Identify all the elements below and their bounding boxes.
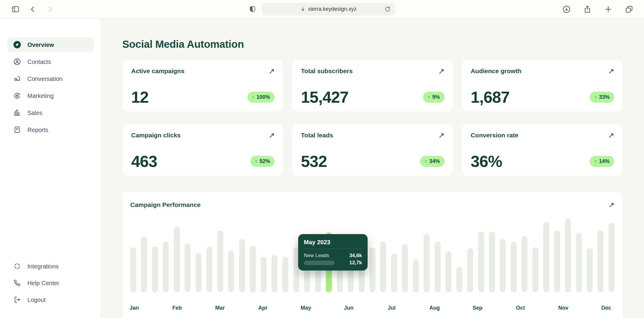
- x-axis-label: Apr: [258, 305, 267, 311]
- x-axis-label: Sep: [473, 305, 482, 311]
- chart-bar[interactable]: [554, 231, 560, 292]
- chart-bar[interactable]: [424, 234, 430, 292]
- back-icon[interactable]: [26, 3, 39, 16]
- chart-bar[interactable]: [163, 242, 169, 292]
- change-value: 9%: [432, 94, 440, 100]
- sidebar-item-reports[interactable]: Reports: [7, 122, 94, 137]
- card-title: Conversion rate: [471, 132, 518, 139]
- sidebar: Overview Contacts Conversation: [0, 19, 101, 318]
- chart-bar[interactable]: [261, 257, 267, 292]
- chart-bar[interactable]: [597, 231, 603, 292]
- chart-bar[interactable]: [380, 242, 386, 292]
- new-tab-icon[interactable]: [602, 3, 615, 16]
- chart-bar[interactable]: [500, 239, 506, 292]
- chart-tooltip: May 2023 New Leads 34,6k 12,7k: [298, 234, 368, 271]
- chart-bar[interactable]: [250, 246, 256, 292]
- chart-bar[interactable]: [489, 231, 495, 292]
- downloads-icon[interactable]: [560, 3, 573, 16]
- trend-arrow-icon[interactable]: ↗: [608, 132, 614, 139]
- arrow-up-icon: ↑: [428, 94, 430, 100]
- reload-icon[interactable]: [384, 6, 391, 13]
- browser-toolbar: sierra.keydesign.xyz: [0, 0, 644, 19]
- chat-bubbles-icon: [13, 75, 21, 83]
- sidebar-item-label: Marketing: [27, 93, 54, 99]
- report-doc-icon: [13, 126, 21, 134]
- forward-icon[interactable]: [44, 3, 57, 16]
- change-value: 14%: [599, 158, 610, 165]
- chart-bar[interactable]: [445, 251, 451, 292]
- tab-overview-icon[interactable]: [623, 3, 636, 16]
- trend-arrow-icon[interactable]: ↗: [608, 67, 614, 75]
- chart-bar[interactable]: [609, 223, 614, 292]
- tooltip-primary-value: 34,6k: [349, 253, 362, 259]
- trend-arrow-icon[interactable]: ↗: [268, 67, 275, 75]
- chart-bar[interactable]: [239, 239, 245, 292]
- sidebar-item-help-center[interactable]: Help Center: [7, 276, 94, 290]
- chart-bar[interactable]: [543, 222, 549, 292]
- chart-bar[interactable]: [141, 236, 147, 292]
- sidebar-item-label: Integrations: [27, 263, 59, 269]
- chart-bar[interactable]: [413, 259, 419, 292]
- trend-arrow-icon[interactable]: ↗: [608, 201, 614, 209]
- change-badge: ↑14%: [590, 156, 614, 167]
- trend-arrow-icon[interactable]: ↗: [438, 67, 445, 75]
- chart-bar[interactable]: [587, 248, 593, 292]
- chart-bar[interactable]: [206, 246, 212, 292]
- chart-bar[interactable]: [402, 244, 408, 292]
- x-axis-labels: JanFebMarAprMayJunJulAugSepOctNovDec: [130, 305, 614, 313]
- logout-icon: [13, 296, 21, 304]
- chart-bar[interactable]: [272, 255, 278, 292]
- tooltip-title: May 2023: [304, 239, 362, 246]
- chart-bar[interactable]: [130, 247, 136, 292]
- main-content: Social Media Automation Active campaigns…: [101, 19, 644, 318]
- chart-bar[interactable]: [521, 236, 527, 292]
- page-title: Social Media Automation: [122, 38, 623, 50]
- chart-bar[interactable]: [152, 246, 158, 292]
- chart-bar[interactable]: [467, 248, 473, 292]
- chart-bar[interactable]: [185, 243, 191, 292]
- chart-bar[interactable]: [435, 242, 441, 292]
- sidebar-item-conversation[interactable]: Conversation: [7, 71, 94, 86]
- x-axis-label: Nov: [558, 305, 568, 311]
- sidebar-toggle-icon[interactable]: [9, 3, 22, 16]
- stat-card-conversion-rate: Conversion rate ↗ 36% ↑14%: [462, 124, 623, 176]
- card-title: Total subscribers: [301, 67, 353, 75]
- change-badge: ↑34%: [420, 156, 445, 167]
- chart-bar[interactable]: [369, 247, 375, 292]
- chart-bar[interactable]: [391, 254, 397, 292]
- sidebar-item-integrations[interactable]: Integrations: [7, 259, 94, 274]
- chart-bar[interactable]: [576, 233, 582, 292]
- x-axis-label: Jan: [129, 305, 139, 311]
- chart-bar[interactable]: [282, 257, 288, 292]
- sidebar-item-sales[interactable]: Sales: [7, 105, 94, 120]
- trend-arrow-icon[interactable]: ↗: [268, 132, 275, 139]
- change-value: 34%: [429, 158, 440, 165]
- sidebar-item-label: Help Center: [27, 280, 59, 286]
- address-bar[interactable]: sierra.keydesign.xyz: [262, 3, 395, 16]
- sidebar-item-logout[interactable]: Logout: [7, 292, 94, 307]
- chart-bar[interactable]: [511, 242, 517, 292]
- privacy-shield-icon[interactable]: [249, 5, 256, 13]
- chart-bar[interactable]: [532, 247, 538, 292]
- chart-bar[interactable]: [174, 227, 180, 292]
- chart-bar[interactable]: [456, 267, 462, 292]
- bars-area: [130, 213, 614, 292]
- change-badge: ↑33%: [590, 92, 614, 103]
- tooltip-secondary-value: 12,7k: [349, 260, 362, 266]
- sidebar-item-contacts[interactable]: Contacts: [7, 54, 94, 69]
- chart-bar[interactable]: [217, 231, 223, 292]
- stat-card-audience-growth: Audience growth ↗ 1,687 ↑33%: [462, 60, 623, 112]
- sidebar-item-overview[interactable]: Overview: [7, 37, 94, 52]
- change-value: 52%: [259, 158, 270, 165]
- chart-bar[interactable]: [478, 231, 484, 292]
- chart-bar[interactable]: [565, 219, 571, 292]
- change-badge: ↑100%: [247, 92, 275, 103]
- chart-bar[interactable]: [196, 253, 202, 293]
- trend-arrow-icon[interactable]: ↗: [438, 132, 445, 139]
- chart-bar[interactable]: [228, 251, 234, 292]
- sidebar-item-label: Reports: [27, 127, 48, 133]
- sidebar-item-marketing[interactable]: Marketing: [7, 88, 94, 103]
- stat-card-campaign-clicks: Campaign clicks ↗ 463 ↑52%: [122, 124, 283, 176]
- share-icon[interactable]: [581, 3, 594, 16]
- x-axis-label: Jun: [344, 305, 354, 311]
